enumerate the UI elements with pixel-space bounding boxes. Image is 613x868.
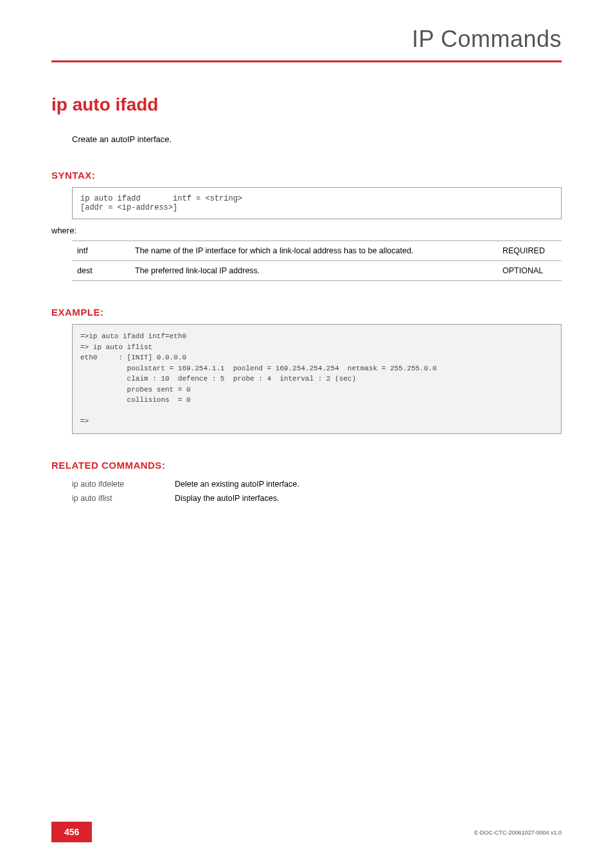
param-name: intf [72, 241, 130, 261]
page-number: 456 [51, 822, 92, 842]
syntax-box: ip auto ifadd intf = <string> [addr = <i… [72, 187, 562, 219]
related-table: ip auto ifdelete Delete an existing auto… [72, 477, 299, 505]
table-row: dest The preferred link-local IP address… [72, 261, 562, 281]
related-desc: Delete an existing autoIP interface. [175, 477, 299, 491]
param-desc: The preferred link-local IP address. [130, 261, 497, 281]
param-desc: The name of the IP interface for which a… [130, 241, 497, 261]
param-req: OPTIONAL [497, 261, 562, 281]
related-heading: RELATED COMMANDS: [51, 460, 562, 471]
example-heading: EXAMPLE: [51, 307, 562, 318]
table-row: intf The name of the IP interface for wh… [72, 241, 562, 261]
related-cmd: ip auto iflist [72, 491, 175, 505]
page-header: IP Commands [51, 26, 562, 62]
related-desc: Display the autoIP interfaces. [175, 491, 299, 505]
page-footer: 456 E-DOC-CTC-20061027-0004 v1.0 [0, 822, 613, 842]
param-req: REQUIRED [497, 241, 562, 261]
table-row: ip auto ifdelete Delete an existing auto… [72, 477, 299, 491]
command-description: Create an autoIP interface. [72, 134, 562, 144]
command-title: ip auto ifadd [51, 95, 562, 115]
syntax-command: ip auto ifadd [80, 194, 141, 203]
table-row: ip auto iflist Display the autoIP interf… [72, 491, 299, 505]
syntax-heading: SYNTAX: [51, 170, 562, 181]
params-table: intf The name of the IP interface for wh… [72, 240, 562, 281]
where-label: where: [51, 226, 562, 235]
doc-id: E-DOC-CTC-20061027-0004 v1.0 [474, 829, 562, 836]
example-box: =>ip auto ifadd intf=eth0 => ip auto ifl… [72, 324, 562, 434]
related-cmd: ip auto ifdelete [72, 477, 175, 491]
param-name: dest [72, 261, 130, 281]
